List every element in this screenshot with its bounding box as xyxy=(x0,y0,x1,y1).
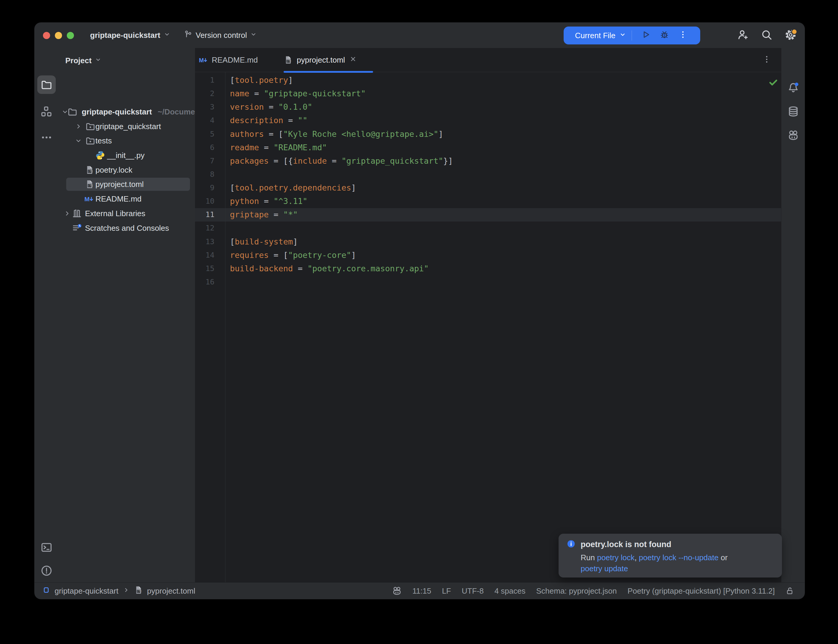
code-line-16[interactable]: 16 xyxy=(195,275,781,289)
tab-label: README.md xyxy=(212,56,258,65)
tree-item-poetry-lock[interactable]: [T]poetry.lock xyxy=(58,163,195,176)
desktop: griptape-quickstart Version control Curr… xyxy=(0,0,838,644)
code-line-2[interactable]: 2name = "griptape-quickstart" xyxy=(195,87,781,100)
status-line-separator[interactable]: LF xyxy=(442,586,451,596)
breadcrumb-file[interactable]: pyproject.toml xyxy=(147,586,196,596)
tab-options-button[interactable] xyxy=(761,54,772,65)
project-selector-label: griptape-quickstart xyxy=(90,31,161,40)
line-text: build-backend = "poetry.core.masonry.api… xyxy=(214,264,429,273)
toml-file-icon: [T] xyxy=(134,586,143,595)
tree-item-griptape-quickstart[interactable]: griptape_quickstart xyxy=(58,120,195,133)
line-text: version = "0.1.0" xyxy=(214,102,312,112)
code-line-9[interactable]: 9[tool.poetry.dependencies] xyxy=(195,181,781,194)
notification-action-link[interactable]: poetry lock --no-update xyxy=(639,553,718,562)
toml-file-icon: [T] xyxy=(85,179,94,189)
code-line-15[interactable]: 15build-backend = "poetry.core.masonry.a… xyxy=(195,262,781,275)
notification-action-link[interactable]: poetry lock xyxy=(597,553,634,562)
code-line-14[interactable]: 14requires = ["poetry-core"] xyxy=(195,248,781,262)
tree-item-tests[interactable]: tests xyxy=(58,134,195,147)
debug-button[interactable] xyxy=(655,26,674,44)
bug-icon xyxy=(660,30,669,41)
search-icon xyxy=(761,29,772,42)
code-line-5[interactable]: 5authors = ["Kyle Roche <hello@griptape.… xyxy=(195,127,781,141)
run-widget: Current File xyxy=(564,26,700,44)
minimize-window-button[interactable] xyxy=(55,32,62,39)
code-line-12[interactable]: 12 xyxy=(195,221,781,235)
status-schema[interactable]: Schema: pyproject.json xyxy=(536,586,617,596)
inspections-ok-icon[interactable] xyxy=(768,77,778,87)
status-readonly-toggle[interactable] xyxy=(785,587,794,595)
toml-file-icon: [T] xyxy=(85,165,94,175)
project-panel: Project griptape-quickstart ~/Documegrip… xyxy=(58,48,195,582)
chevron-down-icon[interactable] xyxy=(74,137,82,145)
folder-package-icon xyxy=(85,122,95,131)
tab-pyproject-toml[interactable]: [T]pyproject.toml xyxy=(284,48,373,72)
terminal-icon xyxy=(41,542,52,553)
run-button[interactable] xyxy=(637,26,655,44)
code-line-3[interactable]: 3version = "0.1.0" xyxy=(195,100,781,113)
terminal-tool-button[interactable] xyxy=(37,538,56,557)
problems-icon xyxy=(41,565,52,576)
scratches-icon xyxy=(72,223,82,233)
settings-button[interactable] xyxy=(785,30,796,41)
search-everywhere-button[interactable] xyxy=(761,30,772,41)
code-line-10[interactable]: 10python = "^3.11" xyxy=(195,194,781,208)
breadcrumb-project[interactable]: griptape-quickstart xyxy=(54,586,118,596)
window-controls xyxy=(43,32,74,39)
right-tool-strip xyxy=(781,48,805,582)
person-add-icon xyxy=(737,29,749,42)
tree-item-label: Scratches and Consoles xyxy=(85,223,169,233)
tree-item-path: ~/Docume xyxy=(156,107,195,116)
chevron-down-icon xyxy=(95,56,102,65)
tree-item-external-libraries[interactable]: External Libraries xyxy=(58,207,195,220)
chevron-right-icon[interactable] xyxy=(74,123,82,130)
project-panel-header[interactable]: Project xyxy=(65,52,102,69)
code-line-4[interactable]: 4description = "" xyxy=(195,113,781,127)
structure-tool-button[interactable] xyxy=(37,102,56,121)
ai-face-icon xyxy=(788,130,799,141)
status-indent[interactable]: 4 spaces xyxy=(495,586,526,596)
status-interpreter[interactable]: Poetry (griptape-quickstart) [Python 3.1… xyxy=(628,586,775,596)
notifications-button[interactable] xyxy=(784,79,802,97)
chevron-down-icon[interactable] xyxy=(619,31,626,40)
status-item-label: Schema: pyproject.json xyxy=(536,586,617,596)
code-editor[interactable]: 1[tool.poetry]2name = "griptape-quicksta… xyxy=(195,73,781,289)
project-selector[interactable]: griptape-quickstart xyxy=(90,23,171,48)
editor-area[interactable]: MREADME.md[T]pyproject.toml 1[tool.poetr… xyxy=(195,48,781,582)
tree-item-scratches-and-consoles[interactable]: Scratches and Consoles xyxy=(58,222,195,235)
tree-item-griptape-quickstart[interactable]: griptape-quickstart ~/Docume xyxy=(58,105,195,118)
svg-text:[T]: [T] xyxy=(287,60,292,62)
code-line-7[interactable]: 7packages = [{include = "griptape_quicks… xyxy=(195,154,781,168)
database-tool-button[interactable] xyxy=(784,102,802,121)
close-tab-button[interactable] xyxy=(349,55,357,65)
line-text: python = "^3.11" xyxy=(214,197,307,206)
python-icon xyxy=(95,151,105,160)
more-run-actions-button[interactable] xyxy=(674,26,692,44)
vcs-widget[interactable]: Version control xyxy=(184,23,257,48)
tab-readme-md[interactable]: MREADME.md xyxy=(199,48,276,72)
status-encoding[interactable]: UTF-8 xyxy=(462,586,484,596)
tree-item-label: tests xyxy=(95,136,112,146)
chevron-right-icon[interactable] xyxy=(63,210,71,217)
status-ai-face[interactable] xyxy=(392,586,402,596)
status-caret-position[interactable]: 11:15 xyxy=(412,586,431,596)
titlebar-actions xyxy=(737,23,796,48)
code-line-6[interactable]: 6readme = "README.md" xyxy=(195,141,781,154)
code-line-11[interactable]: 11griptape = "*" xyxy=(195,208,781,221)
notification-action-link[interactable]: poetry update xyxy=(581,564,628,573)
project-tool-button[interactable] xyxy=(37,76,56,94)
close-window-button[interactable] xyxy=(43,32,50,39)
run-config-selector[interactable]: Current File xyxy=(575,31,616,40)
code-with-me-button[interactable] xyxy=(737,30,749,41)
code-line-1[interactable]: 1[tool.poetry] xyxy=(195,73,781,87)
zoom-window-button[interactable] xyxy=(67,32,74,39)
more-tools-button[interactable] xyxy=(37,128,56,147)
tree-item--init-py[interactable]: __init__.py xyxy=(58,149,195,162)
ai-assistant-tool-button[interactable] xyxy=(784,126,802,145)
toml-file-icon: [T] xyxy=(85,179,94,189)
tree-item-readme-md[interactable]: MREADME.md xyxy=(58,192,195,205)
code-line-8[interactable]: 8 xyxy=(195,168,781,181)
tree-item-pyproject-toml[interactable]: [T]pyproject.toml xyxy=(58,178,195,191)
code-line-13[interactable]: 13[build-system] xyxy=(195,235,781,248)
problems-tool-button[interactable] xyxy=(37,562,56,580)
